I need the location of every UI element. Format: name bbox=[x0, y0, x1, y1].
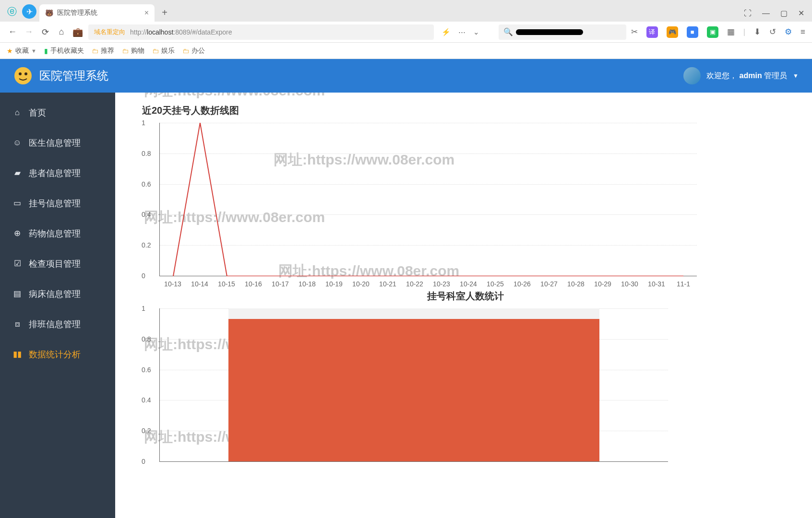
user-icon: ▰ bbox=[12, 168, 22, 178]
app1-icon[interactable]: ■ bbox=[687, 26, 698, 38]
chevron-down-icon[interactable]: ⌄ bbox=[473, 28, 479, 36]
chart1-xaxis: 10-1310-1410-1510-1610-1710-1810-1910-20… bbox=[159, 280, 697, 288]
sidebar-item-patient[interactable]: ▰患者信息管理 bbox=[0, 158, 115, 188]
chart2-ytick: 0.2 bbox=[142, 427, 151, 435]
chart1-xtick: 10-26 bbox=[509, 280, 536, 288]
browser-tab-active[interactable]: 🐻 医院管理系统 × bbox=[39, 4, 155, 22]
window-minimize-icon[interactable]: — bbox=[762, 9, 770, 18]
chart1-line bbox=[160, 123, 697, 276]
chart1-xtick: 10-23 bbox=[428, 280, 455, 288]
bookmark-recommend[interactable]: 🗀推荐 bbox=[92, 47, 114, 55]
sidebar-item-doctor[interactable]: ☺医生信息管理 bbox=[0, 128, 115, 158]
check-square-icon: ☑ bbox=[12, 259, 22, 269]
sidebar-item-schedule[interactable]: ⧈排班信息管理 bbox=[0, 309, 115, 339]
user-menu[interactable]: 欢迎您， admin 管理员 ▼ bbox=[683, 67, 799, 84]
flash-icon[interactable]: ⚡ bbox=[442, 28, 451, 36]
bookmark-entertainment[interactable]: 🗀娱乐 bbox=[152, 47, 175, 55]
chart2-ytick: 1 bbox=[142, 305, 145, 312]
tab-favicon-icon: 🐻 bbox=[45, 9, 53, 17]
bookmark-mobile[interactable]: ▮手机收藏夹 bbox=[44, 47, 84, 55]
avatar-icon bbox=[683, 67, 701, 84]
grid-apps-icon[interactable]: ▦ bbox=[727, 27, 735, 37]
window-maximize-icon[interactable]: ▢ bbox=[780, 9, 788, 18]
briefcase-icon[interactable]: 💼 bbox=[72, 27, 84, 37]
chart1-ytick: 0 bbox=[142, 272, 145, 280]
chevron-down-icon: ▼ bbox=[793, 72, 799, 79]
chart1-xtick: 10-31 bbox=[643, 280, 670, 288]
sidebar-item-register[interactable]: ▭挂号信息管理 bbox=[0, 188, 115, 218]
chart1-xtick: 10-15 bbox=[213, 280, 240, 288]
calendar-icon: ⧈ bbox=[12, 319, 22, 329]
svg-point-2 bbox=[24, 72, 27, 75]
chart1-xtick: 10-28 bbox=[562, 280, 589, 288]
bed-icon: ▤ bbox=[12, 289, 22, 299]
ticket-icon: ▭ bbox=[12, 198, 22, 208]
search-query-redacted bbox=[516, 29, 583, 35]
chart1-xtick: 10-16 bbox=[240, 280, 267, 288]
menu-icon[interactable]: ≡ bbox=[800, 27, 805, 37]
svg-point-0 bbox=[14, 67, 32, 84]
new-tab-button[interactable]: + bbox=[157, 5, 172, 20]
chart2-ytick: 0 bbox=[142, 458, 145, 465]
nav-home-button[interactable]: ⌂ bbox=[56, 27, 67, 37]
bookmarks-bar: ★收藏 ▼ ▮手机收藏夹 🗀推荐 🗀购物 🗀娱乐 🗀办公 bbox=[0, 43, 812, 59]
bookmark-fav[interactable]: ★收藏 ▼ bbox=[7, 47, 36, 55]
cut-icon[interactable]: ✂ bbox=[631, 27, 638, 37]
address-bar[interactable]: 域名重定向 http://localhost:8089/#/dataExpore bbox=[88, 24, 434, 40]
game-icon[interactable]: 🎮 bbox=[667, 26, 678, 38]
chart2-bars bbox=[160, 308, 668, 461]
chart1-xtick: 10-17 bbox=[267, 280, 294, 288]
chart1-title: 近20天挂号人数折线图 bbox=[142, 104, 789, 117]
chart1-xtick: 10-24 bbox=[455, 280, 482, 288]
chart1-xtick: 10-14 bbox=[186, 280, 213, 288]
chart2-ytick: 0.6 bbox=[142, 366, 151, 374]
telegram-icon[interactable]: ✈ bbox=[22, 4, 36, 19]
user-circle-icon: ☺ bbox=[12, 138, 22, 148]
download-icon[interactable]: ⬇ bbox=[754, 27, 761, 37]
window-scan-icon[interactable]: ⛶ bbox=[744, 9, 752, 18]
content-area: 网址:https://www.08er.com 网址:https://www.0… bbox=[115, 93, 812, 518]
sidebar-item-check[interactable]: ☑检查项目管理 bbox=[0, 248, 115, 279]
settings-icon[interactable]: ⚙ bbox=[785, 27, 792, 37]
chart1-xtick: 10-25 bbox=[482, 280, 509, 288]
plus-square-icon: ⊕ bbox=[12, 228, 22, 238]
app2-icon[interactable]: ▣ bbox=[707, 26, 718, 38]
window-close-icon[interactable]: ✕ bbox=[798, 9, 804, 18]
chart1-xtick: 11-1 bbox=[670, 280, 697, 288]
nav-reload-button[interactable]: ⟳ bbox=[39, 27, 51, 37]
more-icon[interactable]: ⋯ bbox=[458, 28, 466, 36]
chart1-ytick: 0.6 bbox=[142, 180, 151, 188]
chart1-xtick: 10-20 bbox=[347, 280, 374, 288]
sidebar-item-bed[interactable]: ▤病床信息管理 bbox=[0, 279, 115, 309]
bookmark-shopping[interactable]: 🗀购物 bbox=[122, 47, 144, 55]
redirect-label: 域名重定向 bbox=[94, 28, 125, 36]
watermark: 网址:https://www.08er.com bbox=[144, 93, 325, 101]
chart1-xtick: 10-18 bbox=[294, 280, 321, 288]
nav-forward-button[interactable]: → bbox=[23, 27, 35, 37]
sidebar-item-statistics[interactable]: ▮▮数据统计分析 bbox=[0, 339, 115, 369]
nav-back-button[interactable]: ← bbox=[7, 27, 18, 37]
sidebar-item-home[interactable]: ⌂首页 bbox=[0, 97, 115, 128]
chart1-xtick: 10-27 bbox=[536, 280, 562, 288]
app-logo-icon bbox=[13, 66, 33, 85]
bar-chart-icon: ▮▮ bbox=[12, 349, 22, 359]
chart1-xtick: 10-29 bbox=[589, 280, 616, 288]
browser-search-input[interactable]: 🔍 bbox=[499, 24, 626, 40]
translate-icon[interactable]: 译 bbox=[646, 26, 658, 38]
chart1-xtick: 10-30 bbox=[616, 280, 643, 288]
svg-point-1 bbox=[19, 72, 22, 75]
history-icon[interactable]: ↺ bbox=[769, 27, 776, 37]
chart2-title: 挂号科室人数统计 bbox=[142, 290, 789, 303]
sidebar-item-medicine[interactable]: ⊕药物信息管理 bbox=[0, 218, 115, 248]
username: admin bbox=[740, 71, 762, 80]
chart2-ytick: 0.4 bbox=[142, 396, 151, 404]
chart1-ytick: 0.2 bbox=[142, 241, 151, 249]
welcome-text: 欢迎您， bbox=[706, 71, 737, 80]
close-tab-icon[interactable]: × bbox=[144, 9, 149, 17]
chart1-ytick: 1 bbox=[142, 119, 145, 127]
chart1-xtick: 10-19 bbox=[321, 280, 347, 288]
bookmark-office[interactable]: 🗀办公 bbox=[182, 47, 205, 55]
chart1-ytick: 0.8 bbox=[142, 150, 151, 157]
user-role: 管理员 bbox=[764, 71, 787, 80]
search-icon: 🔍 bbox=[503, 27, 513, 36]
